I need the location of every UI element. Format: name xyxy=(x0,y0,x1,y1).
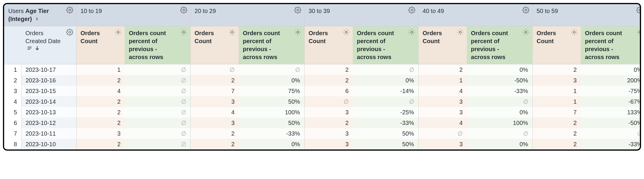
calc-cell[interactable]: -33% xyxy=(581,139,641,149)
gear-icon[interactable] xyxy=(522,6,529,14)
pivot-dimension-header[interactable]: Users Age Tier (Integer) xyxy=(4,4,76,26)
calc-cell[interactable]: 50% xyxy=(353,139,418,149)
count-cell[interactable]: 3 xyxy=(418,96,467,107)
gear-icon[interactable] xyxy=(408,6,415,14)
count-cell[interactable]: 3 xyxy=(190,96,239,107)
count-cell[interactable]: 2 xyxy=(532,118,581,128)
calc-cell[interactable]: ∅ xyxy=(467,96,532,107)
calc-cell[interactable]: ∅ xyxy=(353,96,418,107)
calc-cell[interactable]: 200% xyxy=(581,75,641,86)
count-cell[interactable]: 2 xyxy=(304,118,353,128)
count-cell[interactable]: 1 xyxy=(418,75,467,86)
calc-cell[interactable]: ∅ xyxy=(125,118,190,128)
calc-cell[interactable]: 50% xyxy=(239,96,304,107)
tier-header-3[interactable]: 40 to 49 xyxy=(418,4,532,26)
count-cell[interactable]: 2 xyxy=(304,75,353,86)
gear-icon[interactable] xyxy=(66,29,73,36)
gear-icon[interactable] xyxy=(180,29,187,36)
calc-cell[interactable]: 0% xyxy=(239,75,304,86)
count-cell[interactable]: 2 xyxy=(304,64,353,75)
calc-column-header[interactable]: Orders countpercent ofprevious -across r… xyxy=(353,26,418,64)
calc-cell[interactable]: 0% xyxy=(467,139,532,149)
count-column-header[interactable]: OrdersCount xyxy=(304,26,353,64)
date-cell[interactable]: 2023-10-12 xyxy=(21,118,76,128)
calc-column-header[interactable]: Orders countpercent ofprevious -across r… xyxy=(467,26,532,64)
gear-icon[interactable] xyxy=(457,29,464,36)
calc-cell[interactable]: 0% xyxy=(239,139,304,149)
calc-cell[interactable]: ∅ xyxy=(125,139,190,149)
calc-cell[interactable]: 0% xyxy=(467,107,532,118)
date-cell[interactable]: 2023-10-11 xyxy=(21,128,76,139)
calc-cell[interactable]: -67% xyxy=(581,96,641,107)
gear-icon[interactable] xyxy=(636,6,641,14)
tier-header-2[interactable]: 30 to 39 xyxy=(304,4,418,26)
calc-cell[interactable]: 133% xyxy=(581,107,641,118)
gear-icon[interactable] xyxy=(636,29,641,36)
count-cell[interactable]: 4 xyxy=(418,86,467,96)
count-cell[interactable]: 2 xyxy=(76,118,125,128)
gear-icon[interactable] xyxy=(66,6,73,14)
calc-cell[interactable]: -75% xyxy=(581,86,641,96)
calc-cell[interactable]: ∅ xyxy=(125,128,190,139)
count-cell[interactable]: 2 xyxy=(418,64,467,75)
count-cell[interactable]: 4 xyxy=(418,118,467,128)
count-cell[interactable]: 1 xyxy=(532,86,581,96)
calc-cell[interactable]: -50% xyxy=(467,75,532,86)
count-cell[interactable]: 1 xyxy=(76,64,125,75)
count-cell[interactable]: 2 xyxy=(76,107,125,118)
calc-column-header[interactable]: Orders countpercent ofprevious -across r… xyxy=(239,26,304,64)
count-cell[interactable]: 4 xyxy=(76,86,125,96)
count-cell[interactable]: 3 xyxy=(76,128,125,139)
gear-icon[interactable] xyxy=(408,29,415,36)
count-cell[interactable]: 2 xyxy=(532,139,581,149)
calc-cell[interactable]: -33% xyxy=(239,128,304,139)
count-cell[interactable]: 1 xyxy=(532,96,581,107)
calc-cell[interactable]: -33% xyxy=(353,118,418,128)
gear-icon[interactable] xyxy=(115,29,122,36)
calc-cell[interactable]: ∅ xyxy=(125,75,190,86)
count-column-header[interactable]: OrdersCount xyxy=(532,26,581,64)
gear-icon[interactable] xyxy=(343,29,350,36)
calc-cell[interactable]: 100% xyxy=(467,118,532,128)
calc-cell[interactable]: 50% xyxy=(353,128,418,139)
calc-cell[interactable]: ∅ xyxy=(353,64,418,75)
count-column-header[interactable]: OrdersCount xyxy=(190,26,239,64)
calc-cell[interactable]: 0% xyxy=(467,64,532,75)
count-cell[interactable]: 7 xyxy=(532,107,581,118)
count-cell[interactable]: 3 xyxy=(304,139,353,149)
count-cell[interactable]: 2 xyxy=(532,128,581,139)
tier-header-0[interactable]: 10 to 19 xyxy=(76,4,190,26)
count-cell[interactable]: 3 xyxy=(304,128,353,139)
count-cell[interactable]: 7 xyxy=(190,86,239,96)
count-cell[interactable]: 2 xyxy=(76,139,125,149)
count-cell[interactable]: 3 xyxy=(304,107,353,118)
count-cell[interactable]: 6 xyxy=(304,86,353,96)
calc-cell[interactable]: -33% xyxy=(467,86,532,96)
calc-cell[interactable]: ∅ xyxy=(239,64,304,75)
calc-cell[interactable]: 50% xyxy=(239,118,304,128)
gear-icon[interactable] xyxy=(522,29,529,36)
calc-cell[interactable]: 75% xyxy=(239,86,304,96)
count-cell[interactable]: 2 xyxy=(76,96,125,107)
count-cell[interactable]: 2 xyxy=(76,75,125,86)
count-cell[interactable]: ∅ xyxy=(418,128,467,139)
calc-cell[interactable]: ∅ xyxy=(467,128,532,139)
gear-icon[interactable] xyxy=(571,29,578,36)
count-cell[interactable]: 3 xyxy=(418,107,467,118)
date-cell[interactable]: 2023-10-14 xyxy=(21,96,76,107)
count-cell[interactable]: ∅ xyxy=(190,64,239,75)
calc-cell[interactable]: -25% xyxy=(353,107,418,118)
date-column-header[interactable]: Orders Created Date xyxy=(21,26,76,64)
count-cell[interactable]: 3 xyxy=(532,75,581,86)
date-cell[interactable]: 2023-10-13 xyxy=(21,107,76,118)
count-column-header[interactable]: OrdersCount xyxy=(418,26,467,64)
count-cell[interactable]: 4 xyxy=(190,107,239,118)
gear-icon[interactable] xyxy=(229,29,236,36)
count-cell[interactable]: 3 xyxy=(190,118,239,128)
calc-cell[interactable]: ∅ xyxy=(125,86,190,96)
date-cell[interactable]: 2023-10-15 xyxy=(21,86,76,96)
calc-cell[interactable]: ∅ xyxy=(125,107,190,118)
count-cell[interactable]: 2 xyxy=(532,64,581,75)
calc-cell[interactable]: -14% xyxy=(353,86,418,96)
date-cell[interactable]: 2023-10-16 xyxy=(21,75,76,86)
